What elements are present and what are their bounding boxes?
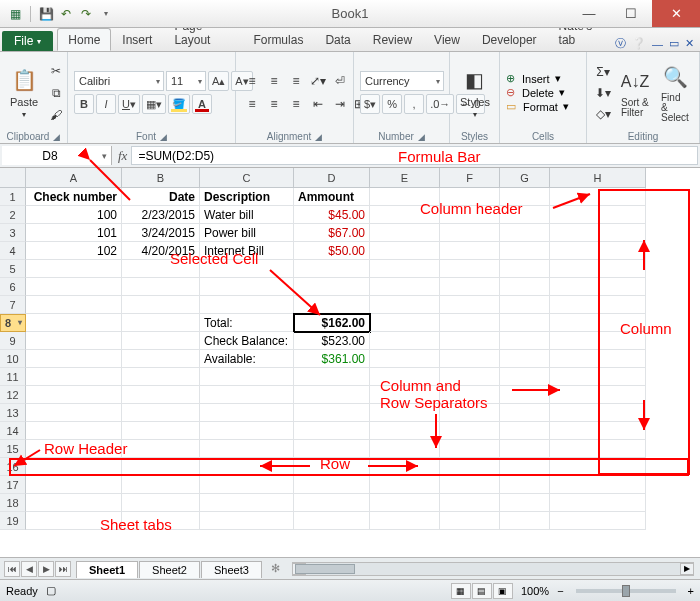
styles-button[interactable]: ◧ Styles▾ [456,55,494,130]
fill-color-button[interactable]: 🪣 [168,94,190,114]
column-headers[interactable]: ABCDEFGH [26,168,700,188]
format-painter-icon[interactable]: 🖌 [46,105,66,125]
tab-home[interactable]: Home [57,28,111,51]
doc-min-icon[interactable]: — [652,38,663,50]
new-sheet-button[interactable]: ✻ [266,562,286,575]
redo-icon[interactable]: ↷ [77,5,95,23]
column-header-H[interactable]: H [550,168,646,188]
formula-input[interactable]: =SUM(D2:D5) [131,146,698,165]
qat-more-icon[interactable]: ▾ [97,5,115,23]
fill-icon[interactable]: ⬇▾ [593,83,613,103]
orientation-icon[interactable]: ⤢▾ [308,71,328,91]
column-header-C[interactable]: C [200,168,294,188]
help-icon[interactable]: ❔ [632,37,646,50]
sheet-tab-2[interactable]: Sheet2 [139,561,200,578]
fx-icon[interactable]: fx [118,148,127,164]
align-right-icon[interactable]: ≡ [286,94,306,114]
ribbon-minimize-icon[interactable]: ⓥ [615,36,626,51]
align-top-icon[interactable]: ≡ [242,71,262,91]
macro-record-icon[interactable]: ▢ [46,584,56,597]
wrap-text-icon[interactable]: ⏎ [330,71,350,91]
select-all-corner[interactable] [0,168,26,188]
autosum-icon[interactable]: Σ▾ [593,62,613,82]
row-header-13[interactable]: 13 [0,404,26,422]
copy-icon[interactable]: ⧉ [46,83,66,103]
alignment-launcher[interactable]: ◢ [315,132,322,142]
row-header-4[interactable]: 4 [0,242,26,260]
tab-insert[interactable]: Insert [111,28,163,51]
spreadsheet-grid[interactable]: ABCDEFGH 12345678910111213141516171819 C… [0,168,700,557]
view-break-icon[interactable]: ▣ [493,583,513,599]
row-header-5[interactable]: 5 [0,260,26,278]
sort-filter-button[interactable]: A↓Z Sort & Filter [617,55,653,130]
row-header-6[interactable]: 6 [0,278,26,296]
italic-button[interactable]: I [96,94,116,114]
save-icon[interactable]: 💾 [37,5,55,23]
row-header-12[interactable]: 12 [0,386,26,404]
sheet-nav-next[interactable]: ▶ [38,561,54,577]
minimize-button[interactable]: — [568,0,610,27]
doc-close-icon[interactable]: ✕ [685,37,694,50]
format-cells-button[interactable]: ▭ Format ▾ [506,100,569,113]
scroll-right-icon[interactable]: ▶ [680,563,694,575]
row-header-2[interactable]: 2 [0,206,26,224]
column-header-G[interactable]: G [500,168,550,188]
sheet-nav-first[interactable]: ⏮ [4,561,20,577]
percent-icon[interactable]: % [382,94,402,114]
delete-cells-button[interactable]: ⊖ Delete ▾ [506,86,569,99]
row-header-8[interactable]: 8 [0,314,26,332]
row-header-9[interactable]: 9 [0,332,26,350]
file-tab[interactable]: File▾ [2,31,53,51]
grow-font-icon[interactable]: A▴ [208,71,229,91]
find-select-button[interactable]: 🔍 Find & Select [657,55,693,130]
sheet-tab-3[interactable]: Sheet3 [201,561,262,578]
view-layout-icon[interactable]: ▤ [472,583,492,599]
currency-icon[interactable]: $▾ [360,94,380,114]
align-center-icon[interactable]: ≡ [264,94,284,114]
row-headers[interactable]: 12345678910111213141516171819 [0,188,26,530]
zoom-in-button[interactable]: + [688,585,694,597]
sheet-tab-1[interactable]: Sheet1 [76,561,138,578]
row-header-15[interactable]: 15 [0,440,26,458]
underline-button[interactable]: U▾ [118,94,140,114]
bold-button[interactable]: B [74,94,94,114]
tab-developer[interactable]: Developer [471,28,548,51]
name-box[interactable]: D8 [2,146,112,165]
tab-formulas[interactable]: Formulas [242,28,314,51]
align-middle-icon[interactable]: ≡ [264,71,284,91]
cells-area[interactable]: Check numberDateDescriptionAmmount1002/2… [26,188,700,557]
column-header-E[interactable]: E [370,168,440,188]
row-header-1[interactable]: 1 [0,188,26,206]
font-name-select[interactable]: Calibri [74,71,164,91]
decrease-indent-icon[interactable]: ⇤ [308,94,328,114]
zoom-level[interactable]: 100% [521,585,549,597]
zoom-slider[interactable] [576,589,676,593]
view-normal-icon[interactable]: ▦ [451,583,471,599]
doc-restore-icon[interactable]: ▭ [669,37,679,50]
insert-cells-button[interactable]: ⊕ Insert ▾ [506,72,569,85]
border-button[interactable]: ▦▾ [142,94,166,114]
row-header-18[interactable]: 18 [0,494,26,512]
paste-button[interactable]: 📋 Paste ▾ [6,55,42,130]
sheet-nav-last[interactable]: ⏭ [55,561,71,577]
increase-indent-icon[interactable]: ⇥ [330,94,350,114]
row-header-16[interactable]: 16 [0,458,26,476]
column-header-A[interactable]: A [26,168,122,188]
align-bottom-icon[interactable]: ≡ [286,71,306,91]
font-launcher[interactable]: ◢ [160,132,167,142]
tab-data[interactable]: Data [314,28,361,51]
comma-icon[interactable]: , [404,94,424,114]
font-color-button[interactable]: A [192,94,212,114]
sheet-nav-prev[interactable]: ◀ [21,561,37,577]
cut-icon[interactable]: ✂ [46,61,66,81]
font-size-select[interactable]: 11 [166,71,206,91]
zoom-out-button[interactable]: − [557,585,563,597]
row-header-7[interactable]: 7 [0,296,26,314]
clipboard-launcher[interactable]: ◢ [53,132,60,142]
column-header-B[interactable]: B [122,168,200,188]
tab-view[interactable]: View [423,28,471,51]
row-header-14[interactable]: 14 [0,422,26,440]
row-header-10[interactable]: 10 [0,350,26,368]
column-header-F[interactable]: F [440,168,500,188]
horizontal-scrollbar[interactable]: ◀ ▶ [292,562,694,576]
